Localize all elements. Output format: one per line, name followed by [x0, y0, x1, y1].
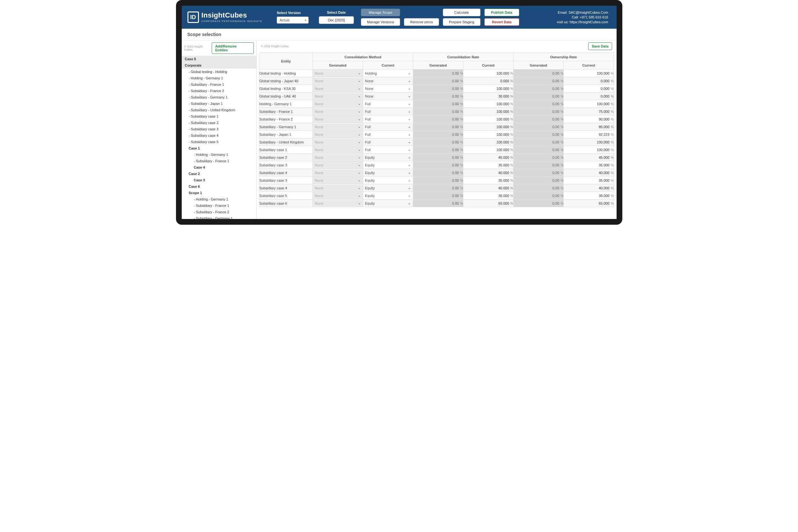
- tree-item[interactable]: Scope 1: [182, 190, 256, 196]
- method-current-select[interactable]: Equity: [363, 177, 413, 184]
- save-data-button[interactable]: Save Data: [588, 42, 612, 50]
- method-current-select[interactable]: Full: [363, 124, 413, 130]
- tree-item[interactable]: Subsidiary case 3: [182, 126, 256, 132]
- version-select[interactable]: Actual: [277, 17, 309, 24]
- method-current-select[interactable]: Equity: [363, 154, 413, 161]
- own-current-cell[interactable]: 90.000%: [564, 115, 614, 123]
- tree-item[interactable]: Case 5: [182, 56, 256, 62]
- rate-current-cell[interactable]: 100.000%: [463, 85, 513, 92]
- method-current-select[interactable]: None: [363, 86, 413, 92]
- tree-item[interactable]: Subsidiary - Japan 1: [182, 100, 256, 107]
- publish-data-button[interactable]: Publish Data: [484, 8, 519, 16]
- method-current-select[interactable]: Full: [363, 101, 413, 107]
- rate-current-cell[interactable]: 35.000%: [463, 176, 513, 184]
- method-current-cell[interactable]: Full: [363, 108, 413, 115]
- own-current-cell[interactable]: 0.000%: [564, 77, 614, 85]
- own-current-cell[interactable]: 38.000%: [564, 192, 614, 200]
- manage-versions-button[interactable]: Manage Versions: [361, 18, 400, 26]
- method-current-select[interactable]: Holding: [363, 70, 413, 76]
- tree-item[interactable]: Subsidiary - France 2: [182, 209, 256, 215]
- tree-item[interactable]: Holding - Germany 1: [182, 75, 256, 81]
- method-current-select[interactable]: Full: [363, 147, 413, 153]
- rate-current-cell[interactable]: 100.000%: [463, 146, 513, 154]
- own-current-cell[interactable]: 75.000%: [564, 108, 614, 115]
- method-current-cell[interactable]: None: [363, 85, 413, 92]
- tree-item[interactable]: Subsidiary case 2: [182, 119, 256, 126]
- tree-item[interactable]: Subsidiary - United Kingdom: [182, 107, 256, 113]
- tree-item[interactable]: Subsidiary - France 1: [182, 203, 256, 209]
- method-current-cell[interactable]: Equity: [363, 161, 413, 169]
- tree-item[interactable]: Subsidiary - France 1: [182, 81, 256, 88]
- method-current-select[interactable]: Equity: [363, 200, 413, 207]
- method-current-select[interactable]: Equity: [363, 192, 413, 199]
- method-current-select[interactable]: Equity: [363, 170, 413, 176]
- own-current-cell[interactable]: 0.000%: [564, 92, 614, 100]
- tree-item[interactable]: Subsidiary case 1: [182, 113, 256, 119]
- own-current-cell[interactable]: 40.000%: [564, 184, 614, 192]
- method-current-cell[interactable]: Equity: [363, 169, 413, 176]
- date-select[interactable]: Dec [2020]: [319, 16, 354, 24]
- own-current-cell[interactable]: 92.223%: [564, 131, 614, 138]
- rate-current-cell[interactable]: 100.000%: [463, 115, 513, 123]
- rate-current-cell[interactable]: 65.000%: [463, 200, 513, 207]
- method-current-cell[interactable]: Equity: [363, 154, 413, 161]
- own-current-cell[interactable]: 35.000%: [564, 161, 614, 169]
- remove-zeros-button[interactable]: Remove zeros: [404, 18, 439, 26]
- own-current-cell[interactable]: 45.000%: [564, 154, 614, 161]
- rate-current-cell[interactable]: 100.000%: [463, 123, 513, 131]
- own-current-cell[interactable]: 65.000%: [564, 200, 614, 207]
- own-current-cell[interactable]: 100.000%: [564, 100, 614, 108]
- method-current-select[interactable]: Full: [363, 131, 413, 138]
- own-current-cell[interactable]: 100.000%: [564, 138, 614, 146]
- tree-item[interactable]: Subsidiary - France 1: [182, 158, 256, 164]
- tree-item[interactable]: Case 4: [182, 164, 256, 171]
- tree-item[interactable]: Subsidiary - Germany 1: [182, 94, 256, 100]
- tree-item[interactable]: Subsidiary case 4: [182, 132, 256, 139]
- method-current-cell[interactable]: Equity: [363, 192, 413, 200]
- method-current-cell[interactable]: Full: [363, 131, 413, 138]
- method-current-select[interactable]: Equity: [363, 162, 413, 168]
- method-current-cell[interactable]: Full: [363, 100, 413, 108]
- tree-item[interactable]: Case 3: [182, 177, 256, 183]
- rate-current-cell[interactable]: 100.000%: [463, 100, 513, 108]
- tree-item[interactable]: Holding - Germany 1: [182, 196, 256, 203]
- method-current-cell[interactable]: None: [363, 77, 413, 85]
- tree-item[interactable]: Subsidiary - Germany 1: [182, 215, 256, 219]
- method-current-cell[interactable]: Full: [363, 146, 413, 154]
- method-current-select[interactable]: Full: [363, 108, 413, 115]
- method-current-select[interactable]: Equity: [363, 185, 413, 191]
- manage-scope-button[interactable]: Manage Scope: [361, 8, 400, 16]
- rate-current-cell[interactable]: 40.000%: [463, 184, 513, 192]
- prepare-staging-button[interactable]: Prepare Staging: [443, 18, 480, 26]
- tree-item[interactable]: Case 6: [182, 183, 256, 190]
- rate-current-cell[interactable]: 40.000%: [463, 169, 513, 176]
- tree-item[interactable]: Case 2: [182, 171, 256, 177]
- method-current-select[interactable]: None: [363, 78, 413, 84]
- method-current-select[interactable]: None: [363, 93, 413, 99]
- tree-item[interactable]: Global testing - Holding: [182, 69, 256, 75]
- method-current-select[interactable]: Full: [363, 116, 413, 122]
- method-current-cell[interactable]: Equity: [363, 176, 413, 184]
- method-current-cell[interactable]: Full: [363, 115, 413, 123]
- own-current-cell[interactable]: 35.000%: [564, 176, 614, 184]
- tree-item[interactable]: Subsidiary - France 2: [182, 88, 256, 94]
- calculate-button[interactable]: Calculate: [443, 8, 480, 16]
- method-current-cell[interactable]: Equity: [363, 184, 413, 192]
- entity-tree[interactable]: Case 5CorporateGlobal testing - HoldingH…: [182, 56, 256, 219]
- method-current-cell[interactable]: Holding: [363, 70, 413, 77]
- rate-current-cell[interactable]: 38.000%: [463, 192, 513, 200]
- rate-current-cell[interactable]: 35.000%: [463, 161, 513, 169]
- add-remove-entities-button[interactable]: Add/Remove Entities: [212, 42, 254, 54]
- own-current-cell[interactable]: 0.000%: [564, 85, 614, 92]
- tree-item[interactable]: Holding - Germany 1: [182, 151, 256, 158]
- rate-current-cell[interactable]: 100.000%: [463, 108, 513, 115]
- method-current-cell[interactable]: Full: [363, 138, 413, 146]
- own-current-cell[interactable]: 100.000%: [564, 146, 614, 154]
- rate-current-cell[interactable]: 100.000%: [463, 131, 513, 138]
- rate-current-cell[interactable]: 45.000%: [463, 154, 513, 161]
- method-current-cell[interactable]: Full: [363, 123, 413, 131]
- own-current-cell[interactable]: 100.000%: [564, 70, 614, 77]
- own-current-cell[interactable]: 40.000%: [564, 169, 614, 176]
- rate-current-cell[interactable]: 100.000%: [463, 138, 513, 146]
- tree-item[interactable]: Subsidiary case 5: [182, 139, 256, 145]
